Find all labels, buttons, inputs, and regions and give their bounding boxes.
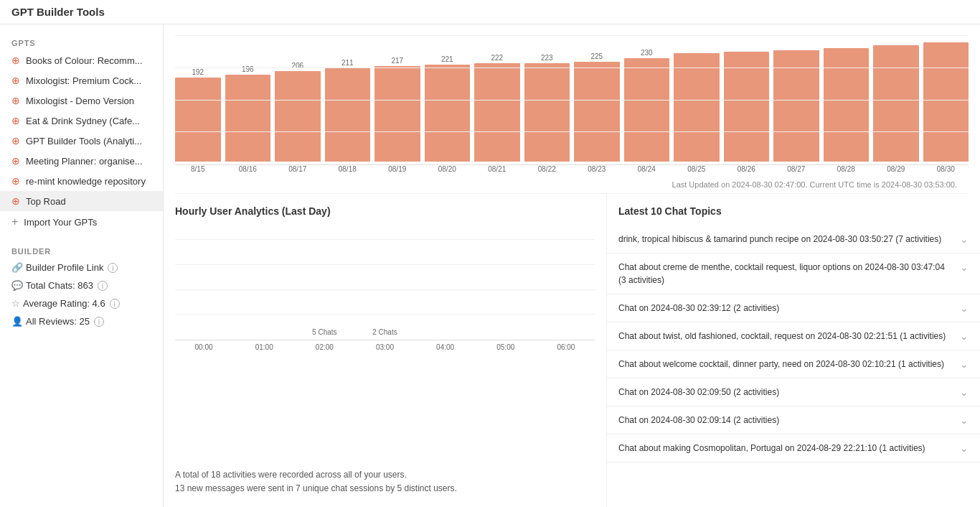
bar-label-10: 08/25 (674, 165, 720, 173)
topic-item-5[interactable]: Chat on 2024-08-30 02:09:50 (2 activitie… (607, 378, 980, 406)
topic-item-2[interactable]: Chat on 2024-08-30 02:39:12 (2 activitie… (607, 294, 980, 322)
topic-text-4: Chat about welcome cocktail, dinner part… (618, 358, 954, 371)
avg-rating-item: ☆ Average Rating: 4.6 i (0, 294, 163, 312)
bar-rect-8 (574, 62, 620, 162)
sidebar-item-label: Mixologist - Demo Version (26, 96, 134, 106)
daily-bar-chart-section: 192 196 206 211 217 221 222 223 225 230 (164, 24, 980, 194)
summary-line1: A total of 18 activities were recorded a… (175, 468, 595, 482)
app-header: GPT Builder Tools (0, 0, 980, 24)
sidebar-item-top-road[interactable]: ⊕Top Road (0, 191, 163, 211)
chevron-down-icon: ⌄ (960, 302, 969, 314)
builder-profile-info-icon[interactable]: i (108, 263, 118, 273)
sidebar-item-re-mint[interactable]: ⊕re-mint knowledge repository (0, 171, 163, 191)
bar-label-5: 08/20 (425, 165, 471, 173)
gpt-items-list: ⊕Books of Colour: Recomm...⊕Mixologist: … (0, 50, 163, 211)
hourly-labels: 00:0001:0002:0003:0004:0005:0006:00 (175, 343, 595, 351)
topic-text-3: Chat about twist, old fashioned, cocktai… (618, 330, 954, 343)
bar-rect-11 (724, 52, 770, 162)
daily-bar-1: 196 (225, 65, 271, 162)
bar-value-6: 222 (491, 54, 503, 62)
avg-rating-label: Average Rating: 4.6 (23, 298, 105, 309)
hourly-label-3: 03:00 (356, 343, 413, 351)
bar-label-2: 08/17 (275, 165, 321, 173)
globe-icon: ⊕ (11, 195, 20, 207)
total-chats-icon: 💬 (11, 280, 23, 291)
sidebar-item-gpt-builder-tools[interactable]: ⊕GPT Builder Tools (Analyti... (0, 131, 163, 151)
main-content: 192 196 206 211 217 221 222 223 225 230 (164, 24, 980, 507)
hourly-panel: Hourly User Analytics (Last Day) 5 Chats… (164, 194, 607, 507)
hourly-label-0: 00:00 (175, 343, 232, 351)
bar-label-13: 08/28 (824, 165, 870, 173)
bar-value-8: 225 (590, 52, 603, 60)
hourly-label-2: 02:00 (296, 343, 353, 351)
topic-text-0: drink, tropical hibiscus & tamarind punc… (618, 233, 954, 246)
bar-label-1: 08/16 (225, 165, 271, 173)
builder-profile-item[interactable]: 🔗 Builder Profile Link i (0, 259, 163, 276)
gpts-section-label: GPTS (0, 33, 163, 50)
sidebar-item-label: Meeting Planner: organise... (26, 156, 143, 167)
bar-rect-2 (275, 71, 321, 162)
bar-label-4: 08/19 (374, 165, 420, 173)
all-reviews-label: All Reviews: 25 (26, 316, 90, 327)
topic-item-1[interactable]: Chat about creme de menthe, cocktail req… (607, 254, 980, 294)
hourly-label-6: 06:00 (537, 343, 595, 351)
daily-bar-labels: 8/1508/1608/1708/1808/1908/2008/2108/220… (175, 165, 969, 176)
bar-label-12: 08/27 (773, 165, 819, 173)
bar-rect-15 (923, 42, 969, 162)
topic-text-6: Chat on 2024-08-30 02:09:14 (2 activitie… (618, 414, 954, 427)
hourly-bar-value-2: 5 Chats (312, 328, 336, 338)
sidebar-item-mixologist-demo[interactable]: ⊕Mixologist - Demo Version (0, 90, 163, 111)
topic-item-4[interactable]: Chat about welcome cocktail, dinner part… (607, 350, 980, 378)
sidebar-item-label: GPT Builder Tools (Analyti... (26, 136, 142, 146)
bar-value-7: 223 (541, 54, 553, 62)
globe-icon: ⊕ (11, 75, 20, 86)
hourly-chart: 5 Chats2 Chats 00:0001:0002:0003:0004:00… (175, 225, 595, 461)
bar-rect-13 (824, 48, 870, 162)
all-reviews-item: 👤 All Reviews: 25 i (0, 312, 163, 330)
sidebar-item-eat-drink-sydney[interactable]: ⊕Eat & Drink Sydney (Cafe... (0, 111, 163, 131)
chevron-down-icon: ⌄ (960, 358, 969, 370)
globe-icon: ⊕ (11, 95, 20, 106)
bottom-panels: Hourly User Analytics (Last Day) 5 Chats… (164, 194, 980, 507)
topic-item-6[interactable]: Chat on 2024-08-30 02:09:14 (2 activitie… (607, 406, 980, 434)
topic-text-5: Chat on 2024-08-30 02:09:50 (2 activitie… (618, 386, 954, 399)
bar-rect-6 (474, 63, 520, 162)
topics-list: drink, tropical hibiscus & tamarind punc… (607, 225, 980, 462)
daily-bar-9: 230 (624, 49, 670, 162)
avg-rating-icon: ☆ (11, 298, 20, 309)
daily-bar-8: 225 (574, 52, 620, 162)
topic-item-3[interactable]: Chat about twist, old fashioned, cocktai… (607, 322, 980, 350)
bar-label-8: 08/23 (574, 165, 620, 173)
daily-bar-5: 221 (425, 55, 471, 162)
sidebar-item-books-of-colour[interactable]: ⊕Books of Colour: Recomm... (0, 50, 163, 70)
globe-icon: ⊕ (11, 155, 20, 167)
sidebar-item-mixologist-premium[interactable]: ⊕Mixologist: Premium Cock... (0, 70, 163, 90)
builder-profile-label: Builder Profile Link (26, 262, 103, 273)
chevron-down-icon: ⌄ (960, 233, 969, 245)
hourly-label-5: 05:00 (477, 343, 534, 351)
sidebar-item-meeting-planner[interactable]: ⊕Meeting Planner: organise... (0, 151, 163, 171)
bar-value-1: 196 (242, 65, 254, 73)
bar-label-9: 08/24 (624, 165, 670, 173)
hourly-bars: 5 Chats2 Chats (175, 240, 595, 340)
hourly-panel-title: Hourly User Analytics (Last Day) (175, 205, 595, 217)
total-chats-label: Total Chats: 863 (26, 280, 93, 291)
plus-icon: + (11, 215, 18, 228)
bar-value-0: 192 (192, 68, 204, 76)
main-layout: GPTS ⊕Books of Colour: Recomm...⊕Mixolog… (0, 24, 980, 507)
import-gpts-item[interactable]: + Import Your GPTs (0, 211, 163, 233)
topic-item-0[interactable]: drink, tropical hibiscus & tamarind punc… (607, 225, 980, 254)
daily-bar-10 (674, 52, 720, 162)
sidebar-item-label: Mixologist: Premium Cock... (26, 75, 141, 86)
app-title: GPT Builder Tools (11, 6, 105, 18)
avg-rating-info-icon[interactable]: i (110, 299, 120, 309)
total-chats-info-icon[interactable]: i (98, 281, 108, 291)
bar-rect-3 (325, 68, 371, 162)
total-chats-item: 💬 Total Chats: 863 i (0, 276, 163, 294)
bar-label-15: 08/30 (923, 165, 969, 173)
builder-section-label: BUILDER (0, 241, 163, 259)
all-reviews-info-icon[interactable]: i (94, 317, 104, 327)
topic-item-7[interactable]: Chat about making Cosmopolitan, Portugal… (607, 434, 980, 462)
daily-bar-7: 223 (524, 54, 570, 162)
chevron-down-icon: ⌄ (960, 414, 969, 426)
